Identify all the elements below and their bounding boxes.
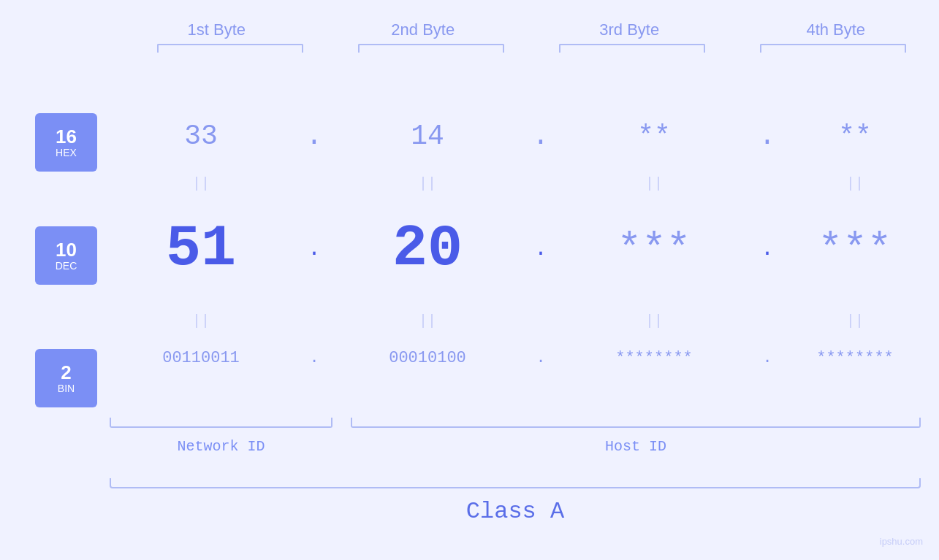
hex-dot3: . — [749, 120, 786, 152]
bracket-byte2 — [358, 44, 504, 53]
byte-headers-row: 1st Byte 2nd Byte 3rd Byte 4th Byte — [113, 20, 939, 39]
bin-dot1: . — [296, 349, 332, 367]
eq2-b4: || — [786, 312, 924, 329]
host-id-label: Host ID — [351, 438, 921, 455]
byte3-header: 3rd Byte — [541, 20, 717, 39]
dec-byte1: 51 — [106, 215, 296, 282]
eq1-b1: || — [106, 175, 296, 192]
bracket-byte3 — [559, 44, 705, 53]
dec-byte4: *** — [786, 226, 924, 272]
dec-dot3: . — [749, 237, 786, 261]
hex-byte3: ** — [559, 120, 749, 152]
equals-row-2: || || || || — [106, 312, 924, 329]
dec-badge: 10 DEC — [35, 226, 97, 285]
bracket-byte4 — [760, 44, 906, 53]
hex-badge-label: HEX — [56, 147, 77, 158]
eq2-b3: || — [559, 312, 749, 329]
dec-byte3: *** — [559, 226, 749, 272]
dec-dot1: . — [296, 237, 332, 261]
page-container: 1st Byte 2nd Byte 3rd Byte 4th Byte 16 H… — [0, 0, 939, 560]
eq1-b4: || — [786, 175, 924, 192]
hex-byte4: ** — [786, 120, 924, 152]
watermark: ipshu.com — [880, 536, 923, 547]
dec-values-row: 51 . 20 . *** . *** — [106, 215, 924, 282]
byte1-header: 1st Byte — [129, 20, 304, 39]
hex-dot2: . — [522, 120, 559, 152]
bin-badge-number: 2 — [61, 362, 71, 383]
byte2-header: 2nd Byte — [335, 20, 511, 39]
eq1-b2: || — [332, 175, 522, 192]
bin-values-row: 00110011 . 00010100 . ******** . *******… — [106, 349, 924, 367]
bin-dot3: . — [749, 349, 786, 367]
network-id-bracket — [110, 418, 332, 428]
hex-byte2: 14 — [332, 120, 522, 152]
class-bracket — [110, 478, 921, 488]
hex-badge: 16 HEX — [35, 113, 97, 172]
bin-badge: 2 BIN — [35, 349, 97, 407]
byte4-header: 4th Byte — [748, 20, 924, 39]
bin-byte3: ******** — [559, 349, 749, 367]
eq2-b1: || — [106, 312, 296, 329]
dec-badge-label: DEC — [56, 260, 77, 272]
bracket-byte1 — [157, 44, 303, 53]
dec-dot2: . — [522, 237, 559, 261]
network-id-label: Network ID — [110, 438, 332, 455]
top-brackets — [130, 44, 934, 53]
hex-badge-number: 16 — [56, 126, 77, 147]
bin-byte1: 00110011 — [106, 349, 296, 367]
host-id-bracket — [351, 418, 921, 428]
bin-byte2: 00010100 — [332, 349, 522, 367]
dec-badge-number: 10 — [56, 239, 77, 261]
class-label: Class A — [110, 498, 921, 525]
equals-row-1: || || || || — [106, 175, 924, 192]
hex-byte1: 33 — [106, 120, 296, 152]
hex-dot1: . — [296, 120, 332, 152]
bin-byte4: ******** — [786, 349, 924, 367]
eq1-b3: || — [559, 175, 749, 192]
dec-byte2: 20 — [332, 215, 522, 282]
bin-badge-label: BIN — [58, 383, 75, 394]
hex-values-row: 33 . 14 . ** . ** — [106, 120, 924, 152]
eq2-b2: || — [332, 312, 522, 329]
bin-dot2: . — [522, 349, 559, 367]
